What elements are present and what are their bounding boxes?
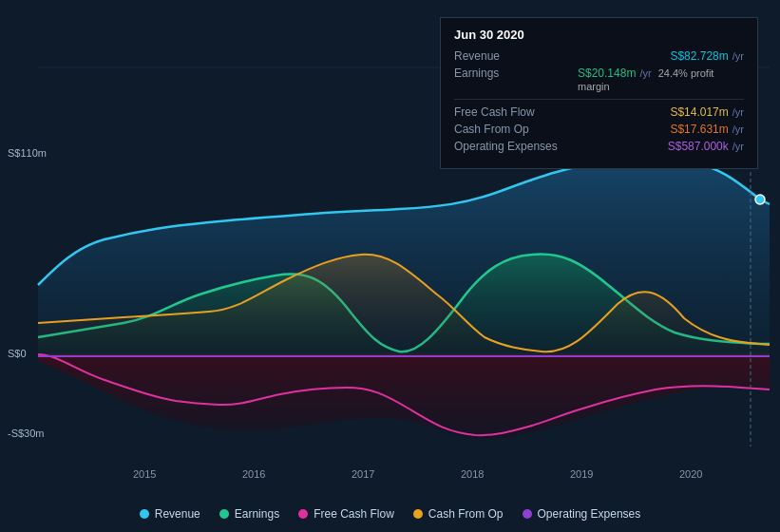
legend-revenue[interactable]: Revenue bbox=[140, 507, 200, 521]
legend-label-cashop: Cash From Op bbox=[428, 507, 504, 521]
tooltip-row-cashop: Cash From Op S$17.631m/yr bbox=[454, 123, 744, 136]
tooltip-label-opex: Operating Expenses bbox=[454, 140, 578, 153]
tooltip-value-revenue: S$82.728m/yr bbox=[670, 49, 744, 63]
tooltip-date: Jun 30 2020 bbox=[454, 28, 744, 42]
svg-point-3 bbox=[755, 195, 765, 204]
legend-earnings[interactable]: Earnings bbox=[219, 507, 279, 521]
legend-dot-revenue bbox=[140, 509, 149, 519]
tooltip-value-opex: S$587.000k/yr bbox=[668, 140, 744, 153]
legend-dot-cashop bbox=[413, 509, 423, 519]
legend-cashop[interactable]: Cash From Op bbox=[413, 507, 504, 521]
tooltip-label-fcf: Free Cash Flow bbox=[454, 105, 578, 119]
legend-dot-earnings bbox=[219, 509, 229, 519]
x-label-2018: 2018 bbox=[461, 468, 484, 480]
legend-dot-opex bbox=[523, 509, 532, 519]
chart-legend: Revenue Earnings Free Cash Flow Cash Fro… bbox=[0, 507, 780, 521]
legend-dot-fcf bbox=[298, 509, 308, 519]
legend-opex[interactable]: Operating Expenses bbox=[523, 507, 641, 521]
tooltip-divider bbox=[454, 99, 744, 100]
legend-fcf[interactable]: Free Cash Flow bbox=[298, 507, 394, 521]
tooltip-row-fcf: Free Cash Flow S$14.017m/yr bbox=[454, 105, 744, 119]
legend-label-revenue: Revenue bbox=[155, 507, 200, 521]
y-label-0: S$0 bbox=[8, 348, 27, 359]
tooltip-value-fcf: S$14.017m/yr bbox=[670, 105, 744, 119]
y-label-110m: S$110m bbox=[8, 147, 47, 159]
tooltip-panel: Jun 30 2020 Revenue S$82.728m/yr Earning… bbox=[440, 17, 758, 169]
x-label-2017: 2017 bbox=[352, 468, 374, 480]
x-label-2016: 2016 bbox=[242, 468, 265, 480]
legend-label-fcf: Free Cash Flow bbox=[314, 507, 394, 521]
legend-label-earnings: Earnings bbox=[235, 507, 279, 521]
tooltip-row-opex: Operating Expenses S$587.000k/yr bbox=[454, 140, 744, 153]
tooltip-row-revenue: Revenue S$82.728m/yr bbox=[454, 49, 744, 63]
tooltip-value-earnings: S$20.148m/yr 24.4% profit margin bbox=[578, 66, 744, 93]
legend-label-opex: Operating Expenses bbox=[538, 507, 641, 521]
tooltip-value-cashop: S$17.631m/yr bbox=[670, 123, 744, 136]
x-label-2015: 2015 bbox=[133, 468, 156, 480]
tooltip-label-earnings: Earnings bbox=[454, 66, 578, 80]
tooltip-label-revenue: Revenue bbox=[454, 49, 578, 63]
tooltip-label-cashop: Cash From Op bbox=[454, 123, 578, 136]
y-label-neg30m: -S$30m bbox=[8, 428, 45, 439]
tooltip-row-earnings: Earnings S$20.148m/yr 24.4% profit margi… bbox=[454, 66, 744, 93]
x-label-2020: 2020 bbox=[679, 468, 702, 480]
x-label-2019: 2019 bbox=[570, 468, 593, 480]
